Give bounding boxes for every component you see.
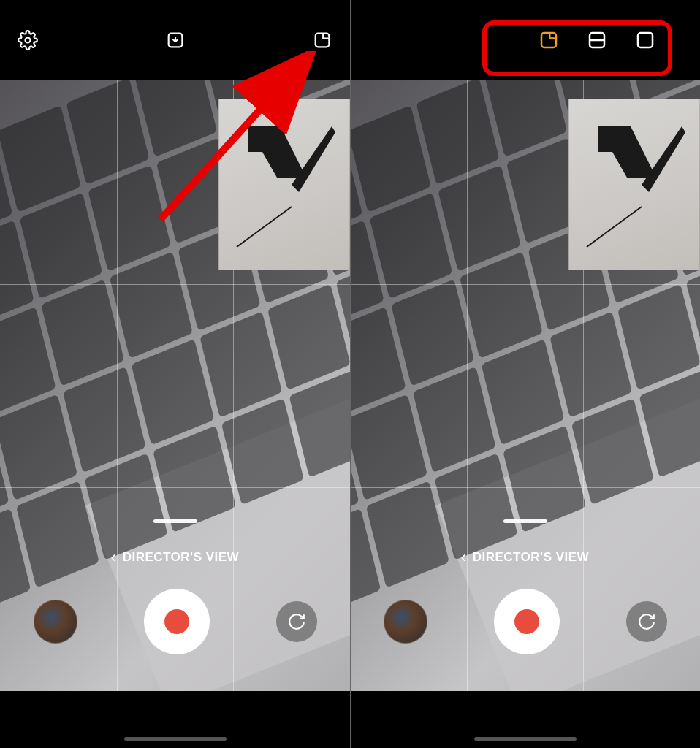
svg-line-5 [237, 207, 292, 247]
svg-marker-3 [248, 126, 306, 178]
record-dot-icon [164, 609, 189, 634]
top-toolbar [0, 0, 350, 80]
record-button[interactable] [144, 589, 210, 654]
controls-row [350, 589, 700, 654]
bottom-bar [0, 691, 350, 748]
layout-pip-icon [312, 30, 332, 50]
pip-preview[interactable] [218, 99, 350, 270]
svg-point-0 [26, 38, 31, 43]
gallery-thumbnail[interactable] [384, 600, 427, 644]
switch-camera-button[interactable] [276, 601, 317, 642]
gallery-thumbnail[interactable] [34, 600, 77, 644]
layout-split-icon [586, 29, 608, 51]
phone-screenshot-right: ‹ DIRECTOR'S VIEW [350, 0, 700, 748]
home-indicator[interactable] [124, 737, 227, 741]
layout-single-option[interactable] [631, 26, 660, 55]
top-toolbar [350, 0, 700, 80]
camera-viewport[interactable]: ‹ DIRECTOR'S VIEW [0, 80, 350, 691]
save-button[interactable] [161, 26, 190, 55]
download-icon [165, 30, 186, 50]
layout-single-icon [634, 29, 656, 51]
camera-viewport[interactable]: ‹ DIRECTOR'S VIEW [350, 80, 700, 691]
svg-rect-2 [316, 34, 330, 47]
layout-pip-option[interactable] [534, 26, 563, 55]
drag-handle[interactable] [503, 519, 547, 523]
chevron-left-icon: ‹ [111, 548, 117, 567]
home-indicator[interactable] [474, 737, 577, 741]
svg-line-14 [587, 207, 642, 247]
switch-camera-icon [637, 612, 656, 631]
svg-marker-4 [292, 126, 335, 192]
pip-content [576, 112, 693, 258]
layout-pip-icon [538, 29, 560, 51]
bottom-bar [350, 691, 700, 748]
layout-button[interactable] [308, 26, 337, 55]
phone-screenshot-left: ‹ DIRECTOR'S VIEW [0, 0, 350, 748]
controls-row [0, 589, 350, 654]
screenshot-divider [350, 0, 351, 748]
pip-content [226, 112, 343, 258]
pip-preview[interactable] [568, 99, 700, 270]
switch-camera-button[interactable] [626, 601, 667, 642]
chevron-left-icon: ‹ [461, 548, 467, 567]
record-dot-icon [514, 609, 539, 634]
switch-camera-icon [287, 612, 306, 631]
svg-rect-11 [638, 33, 653, 47]
svg-marker-13 [642, 126, 685, 192]
svg-marker-12 [598, 126, 656, 178]
layout-options [534, 26, 660, 55]
mode-selector[interactable]: ‹ DIRECTOR'S VIEW [350, 548, 700, 567]
layout-split-option[interactable] [582, 26, 612, 55]
mode-label: DIRECTOR'S VIEW [473, 550, 590, 565]
gear-icon [18, 30, 38, 50]
settings-button[interactable] [13, 26, 42, 55]
mode-selector[interactable]: ‹ DIRECTOR'S VIEW [0, 548, 350, 567]
record-button[interactable] [494, 589, 560, 654]
drag-handle[interactable] [153, 519, 197, 523]
mode-label: DIRECTOR'S VIEW [123, 550, 240, 565]
